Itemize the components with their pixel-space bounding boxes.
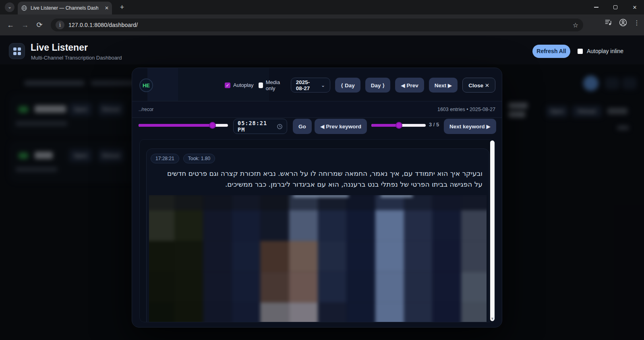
tab-strip: ⌄ Live Listener — Channels Dash ✕ + ✕ [0,0,644,14]
bookmark-star-icon[interactable]: ☆ [573,21,578,29]
tab-close-icon[interactable]: ✕ [105,5,109,11]
chevron-down-icon: ⌄ [321,82,325,88]
time-slider-fill [139,124,213,127]
keyword-position: 3 / 5 [429,122,439,128]
day-back-button[interactable]: ⟨ Day [335,78,360,93]
media-only-label: Media only [266,79,286,91]
channel-player-modal: HE ✓ Autoplay Media only 2025-08-27 ⌄ ⟨ … [132,68,502,328]
entry-badges: 17:28:21 Took: 1.80 [151,154,485,163]
forward-button[interactable]: → [18,21,32,29]
prev-keyword-button[interactable]: ◀ Prev keyword [315,119,367,134]
recording-path: ../recor [139,107,153,112]
time-value[interactable]: 05:28:21 PM [238,120,273,133]
keyword-slider-fill [371,124,399,127]
keyword-slider[interactable] [371,124,426,127]
transcript-entry-card: 17:28:21 Took: 1.80 ובעיקר איך הוא יתמוד… [146,148,489,322]
next-button[interactable]: Next ▶ [429,78,458,93]
transcript-scroll-area[interactable]: 17:28:21 Took: 1.80 ובעיקר איך הוא יתמוד… [139,139,495,322]
browser-window: ⌄ Live Listener — Channels Dash ✕ + ✕ ← … [0,0,644,340]
video-frame-mosaic [149,195,487,322]
transcript-text: ובעיקר איך הוא יתמודד עם, איך נאמר, החמא… [159,168,482,190]
tab-search-button[interactable]: ⌄ [5,2,14,12]
entry-took-badge: Took: 1.80 [183,154,215,163]
profile-avatar-icon[interactable] [619,19,627,27]
video-frame[interactable] [149,195,487,322]
site-info-icon[interactable]: i [56,21,64,29]
media-controls-icon[interactable] [605,19,613,26]
media-only-toggle[interactable]: Media only [259,79,286,91]
time-input[interactable]: 05:28:21 PM [233,119,287,134]
window-close-button[interactable]: ✕ [625,0,644,14]
media-only-checkbox[interactable] [259,82,263,88]
date-select[interactable]: 2025-08-27 ⌄ [291,78,330,93]
autoplay-checkbox[interactable]: ✓ [225,82,230,88]
dashboard-page: Live Listener Multi-Channel Transcriptio… [0,35,644,340]
day-forward-button[interactable]: Day ⟩ [365,78,391,93]
entries-summary: 1603 entries • 2025-08-27 [437,107,495,112]
browser-toolbar: ← → ⟳ i 127.0.0.1:8080/dashboard/ ☆ [0,14,644,35]
modal-scrollbar[interactable]: ▼ [490,140,495,321]
prev-button[interactable]: ◀ Prev [395,78,424,93]
keyword-slider-thumb[interactable] [396,122,402,129]
browser-tab[interactable]: Live Listener — Channels Dash ✕ [18,2,112,14]
entry-time-badge: 17:28:21 [151,154,179,163]
date-select-value: 2025-08-27 [296,79,317,91]
address-bar[interactable]: i 127.0.0.1:8080/dashboard/ ☆ [51,19,583,31]
recording-info-row: ../recor 1603 entries • 2025-08-27 [132,101,502,118]
new-tab-button[interactable]: + [118,3,126,12]
autoplay-label: Autoplay [233,82,254,88]
url-text[interactable]: 127.0.0.1:8080/dashboard/ [68,22,569,28]
window-maximize-button[interactable] [606,0,625,14]
scrollbar-down-arrow-icon: ▼ [490,317,495,321]
clock-icon [277,124,283,130]
go-button[interactable]: Go [293,119,312,134]
reload-button[interactable]: ⟳ [32,21,47,29]
maximize-icon [613,5,617,9]
next-keyword-button[interactable]: Next keyword ▶ [444,119,496,134]
tab-title: Live Listener — Channels Dash [31,5,98,11]
menu-kebab-icon[interactable]: ⋮ [634,19,640,27]
window-minimize-button[interactable] [587,0,605,14]
back-button[interactable]: ← [3,21,18,29]
close-button[interactable]: Close ✕ [462,78,495,93]
time-slider[interactable] [139,124,228,127]
autoplay-toggle[interactable]: ✓ Autoplay [225,82,254,88]
modal-controls-row: ✓ Autoplay Media only 2025-08-27 ⌄ ⟨ Day… [225,78,495,93]
time-slider-thumb[interactable] [209,122,216,129]
globe-icon [21,5,27,11]
minimize-icon [594,7,598,8]
language-badge: HE [139,78,153,92]
